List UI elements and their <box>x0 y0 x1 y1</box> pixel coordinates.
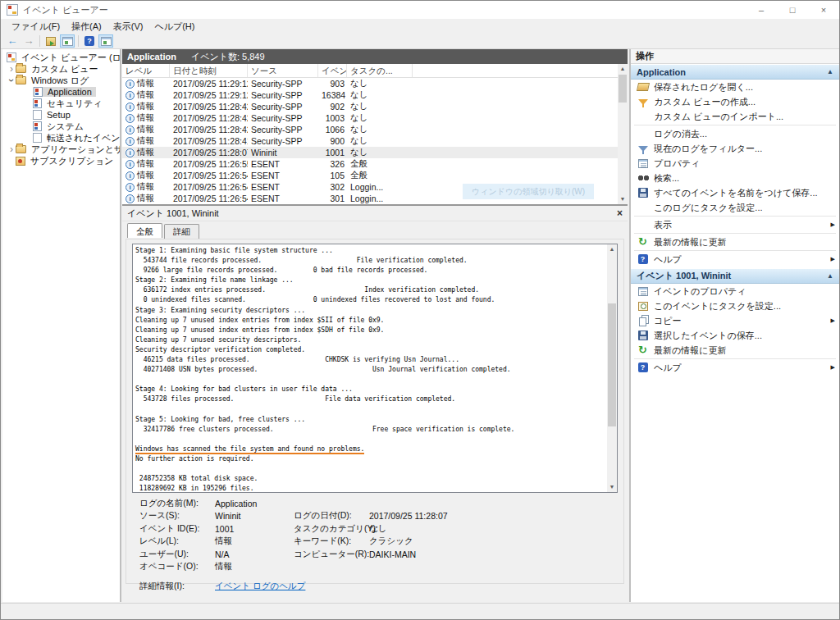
action-create-custom-view[interactable]: カスタム ビューの作成... <box>631 94 839 109</box>
column-level[interactable]: レベル <box>122 64 170 77</box>
chevron-right-icon[interactable]: › <box>7 65 16 73</box>
event-row[interactable]: i情報 2017/09/25 11:28:42 Security-SPP 106… <box>122 124 618 135</box>
info-icon: i <box>126 194 135 203</box>
event-row[interactable]: i情報 2017/09/25 11:28:42 Security-SPP 902… <box>122 101 618 112</box>
submenu-arrow-icon: ▶ <box>831 221 835 228</box>
field-value: 1001 <box>215 524 294 534</box>
scrollbar-thumb[interactable] <box>619 75 627 103</box>
minimize-button[interactable]: – <box>746 1 777 19</box>
collapse-icon[interactable]: ▲ <box>827 272 833 280</box>
menu-help[interactable]: ヘルプ(H) <box>148 19 200 34</box>
save-icon <box>638 331 648 340</box>
preview-header: イベント 1001, Wininit × <box>122 206 628 221</box>
annotation-underline: Wininit <box>251 148 284 157</box>
event-log-icon <box>34 87 43 97</box>
action-help-event[interactable]: ? ヘルプ ▶ <box>631 360 839 375</box>
field-value: DAIKI-MAIN <box>369 549 615 559</box>
action-copy[interactable]: コピー ▶ <box>631 313 839 328</box>
preview-title: イベント 1001, Wininit <box>127 207 219 220</box>
event-row[interactable]: i情報 2017/09/25 11:28:41 Security-SPP 900… <box>122 135 618 147</box>
window-pane-icon <box>62 37 73 46</box>
properties-icon <box>638 287 648 296</box>
save-icon <box>638 188 648 198</box>
column-event-id[interactable]: イベント ... <box>318 64 347 77</box>
action-filter-current-log[interactable]: 現在のログをフィルター... <box>631 141 839 156</box>
action-attach-task-to-log[interactable]: このログにタスクを設定... <box>631 200 839 215</box>
tree-item-forwarded-events[interactable]: 転送されたイベント <box>2 132 120 144</box>
action-import-custom-view[interactable]: カスタム ビューのインポート... <box>631 109 839 124</box>
scroll-down-icon[interactable]: ▼ <box>618 194 628 204</box>
forward-button[interactable]: → <box>21 34 36 48</box>
info-icon: i <box>126 91 135 100</box>
action-clear-log[interactable]: ログの消去... <box>631 126 839 141</box>
chevron-right-icon[interactable]: › <box>7 145 16 153</box>
column-source[interactable]: ソース <box>248 64 318 77</box>
tree-item-application[interactable]: Application <box>2 86 120 98</box>
help-button[interactable]: ? <box>82 34 97 48</box>
event-row[interactable]: i情報 2017/09/25 11:29:12 Security-SPP 163… <box>122 89 618 101</box>
list-column-headers: レベル 日付と時刻 ソース イベント ... タスクの... <box>122 64 618 78</box>
field-value: N/A <box>215 549 294 559</box>
filter-icon <box>638 99 648 105</box>
menu-file[interactable]: ファイル(F) <box>6 19 66 34</box>
menu-bar: ファイル(F) 操作(A) 表示(V) ヘルプ(H) <box>1 19 839 34</box>
action-attach-task-to-event[interactable]: このイベントにタスクを設定... <box>631 299 839 313</box>
actions-section-event[interactable]: イベント 1001, Wininit ▲ <box>631 268 839 284</box>
folder-up-button[interactable] <box>43 34 58 48</box>
column-task[interactable]: タスクの... <box>347 64 413 77</box>
scroll-down-icon[interactable]: ▼ <box>607 482 617 492</box>
event-row[interactable]: i情報 2017/09/25 11:26:54 ESENT 105 全般 <box>122 170 618 181</box>
submenu-arrow-icon: ▶ <box>831 364 835 371</box>
action-properties[interactable]: プロパティ <box>631 156 839 171</box>
action-view[interactable]: 表示 ▶ <box>631 217 839 232</box>
action-refresh[interactable]: ↻ 最新の情報に更新 <box>631 235 839 249</box>
tree-item-security[interactable]: セキュリティ <box>2 98 120 109</box>
action-pane-toggle-button[interactable] <box>98 34 113 48</box>
chevron-down-icon[interactable]: › <box>7 76 16 84</box>
tree-item-system[interactable]: システム <box>2 121 120 132</box>
scroll-up-icon[interactable]: ▲ <box>618 64 628 74</box>
action-save-selected-events[interactable]: 選択したイベントの保存... <box>631 328 839 343</box>
event-list-scrollbar[interactable]: ▲ ▼ <box>618 64 628 204</box>
console-tree-toggle-button[interactable] <box>60 34 75 48</box>
event-log-help-link[interactable]: イベント ログのヘルプ <box>215 581 615 592</box>
back-button[interactable]: ← <box>5 34 20 48</box>
description-scrollbar[interactable]: ▲ ▼ <box>607 244 617 492</box>
tree-item-setup[interactable]: Setup <box>2 109 120 121</box>
close-button[interactable]: × <box>808 1 839 19</box>
action-help[interactable]: ? ヘルプ ▶ <box>631 252 839 267</box>
properties-icon <box>638 159 648 168</box>
action-open-saved-log[interactable]: 保存されたログを開く... <box>631 80 839 94</box>
tree-item-applications-services-logs[interactable]: › アプリケーションとサービス ログ <box>2 144 120 155</box>
tab-details[interactable]: 詳細 <box>164 224 199 239</box>
action-refresh-event[interactable]: ↻ 最新の情報に更新 <box>631 343 839 358</box>
tree-item-custom-views[interactable]: › カスタム ビュー <box>2 63 120 75</box>
scroll-up-icon[interactable]: ▲ <box>607 244 617 254</box>
field-label: レベル(L): <box>139 536 215 547</box>
help-icon: ? <box>84 36 94 46</box>
event-row-selected[interactable]: i情報 2017/09/25 11:28:07 Wininit 1001 なし <box>122 147 618 158</box>
menu-view[interactable]: 表示(V) <box>107 19 149 34</box>
action-save-all-events-as[interactable]: すべてのイベントを名前をつけて保存... <box>631 185 839 200</box>
close-icon[interactable]: × <box>617 207 623 219</box>
copy-icon <box>639 317 646 326</box>
scrollbar-thumb[interactable] <box>608 303 616 426</box>
column-datetime[interactable]: 日付と時刻 <box>170 64 248 77</box>
field-value: 2017/09/25 11:28:07 <box>369 511 615 521</box>
tree-root-event-viewer[interactable]: イベント ビューアー (ローカル) <box>2 52 120 63</box>
event-row[interactable]: i情報 2017/09/25 11:29:12 Security-SPP 903… <box>122 78 618 89</box>
info-icon: i <box>126 171 135 180</box>
maximize-button[interactable]: □ <box>777 1 808 19</box>
event-description-box[interactable]: Stage 1: Examining basic file system str… <box>132 244 618 493</box>
field-value: なし <box>369 523 615 535</box>
event-row[interactable]: i情報 2017/09/25 11:28:42 Security-SPP 100… <box>122 112 618 124</box>
actions-section-application[interactable]: Application ▲ <box>631 64 839 80</box>
action-find[interactable]: 検索... <box>631 171 839 185</box>
menu-action[interactable]: 操作(A) <box>66 19 107 34</box>
tab-general[interactable]: 全般 <box>127 223 162 238</box>
tree-item-windows-logs[interactable]: › Windows ログ <box>2 75 120 86</box>
event-row[interactable]: i情報 2017/09/25 11:26:55 ESENT 326 全般 <box>122 158 618 170</box>
action-event-properties[interactable]: イベントのプロパティ <box>631 284 839 299</box>
tree-item-subscriptions[interactable]: サブスクリプション <box>2 155 120 166</box>
collapse-icon[interactable]: ▲ <box>827 68 833 75</box>
